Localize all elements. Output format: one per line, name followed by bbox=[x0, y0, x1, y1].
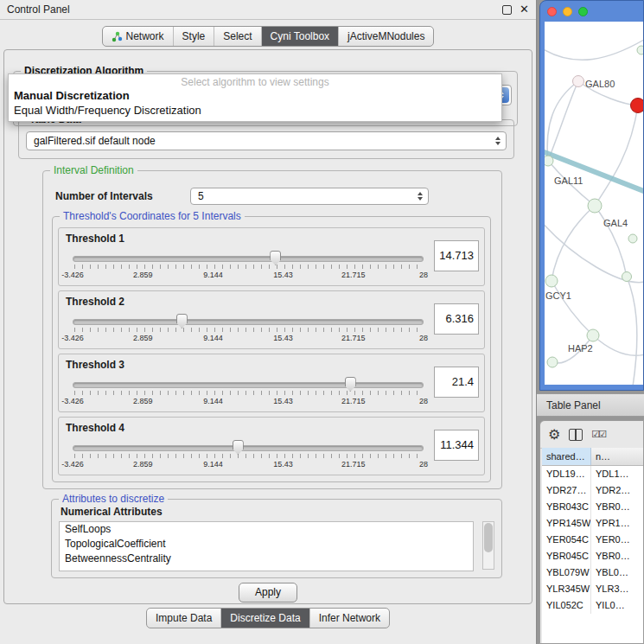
tick-label: 2.859 bbox=[133, 397, 153, 405]
table-cell[interactable]: YBR0… bbox=[591, 548, 643, 564]
edge-highlighted[interactable] bbox=[545, 150, 643, 193]
apply-button[interactable]: Apply bbox=[239, 583, 297, 603]
list-item[interactable]: BetweennessCentrality bbox=[60, 552, 473, 566]
table-cell[interactable]: YPR145W bbox=[542, 515, 591, 532]
table-row[interactable]: YBL079WYBL0… bbox=[542, 564, 643, 581]
select-columns-icon[interactable]: ☑☑ bbox=[591, 429, 605, 440]
table-cell[interactable]: YPR1… bbox=[591, 515, 643, 532]
tick-label: 21.715 bbox=[341, 460, 366, 469]
numerical-attributes-label: Numerical Attributes bbox=[61, 506, 163, 518]
slider-thumb[interactable] bbox=[176, 314, 188, 328]
tab-impute-data[interactable]: Impute Data bbox=[147, 609, 220, 628]
table-row[interactable]: YPR145WYPR1… bbox=[542, 515, 643, 532]
tab-network[interactable]: Network bbox=[103, 27, 173, 46]
columns-icon[interactable] bbox=[569, 429, 583, 441]
table-cell[interactable]: YBR045C bbox=[542, 548, 591, 564]
table-cell[interactable]: YLR345W bbox=[542, 581, 591, 597]
selected-value: galFiltered.sif default node bbox=[34, 132, 156, 150]
column-header-name[interactable]: n… bbox=[591, 448, 643, 465]
table-row[interactable]: YIL052CYIL0… bbox=[542, 597, 643, 614]
tab-discretize-data[interactable]: Discretize Data bbox=[220, 609, 309, 628]
slider-track[interactable] bbox=[73, 382, 424, 388]
threshold-value-field[interactable]: 21.4 bbox=[434, 367, 479, 398]
node-gcy1[interactable] bbox=[545, 275, 558, 287]
scrollbar-thumb[interactable] bbox=[484, 523, 493, 552]
tab-cyni-toolbox[interactable]: Cyni Toolbox bbox=[261, 27, 338, 46]
table-row[interactable]: YER054CYER0… bbox=[542, 532, 643, 548]
table-row[interactable]: YLR345WYLR3… bbox=[542, 581, 643, 597]
node[interactable] bbox=[628, 234, 637, 243]
control-panel-window: Control Panel ✕ Network Style Select Cyn… bbox=[0, 0, 537, 644]
node[interactable] bbox=[545, 156, 553, 166]
table-row[interactable]: YBR045CYBR0… bbox=[542, 548, 643, 564]
list-item[interactable]: SelfLoops bbox=[60, 522, 473, 537]
table-cell[interactable]: YER0… bbox=[591, 532, 643, 548]
table-panel-window: ⚙ ☑☑ shared… n… YDL19…YDL1…YDR27…YDR2…YB… bbox=[539, 420, 644, 644]
tab-select[interactable]: Select bbox=[214, 27, 260, 46]
table-row[interactable]: YDR27…YDR2… bbox=[542, 482, 643, 499]
node[interactable] bbox=[547, 357, 558, 367]
slider-track[interactable] bbox=[73, 445, 424, 451]
tab-jactivemnodules[interactable]: jActiveMNodules bbox=[338, 27, 433, 46]
zoom-traffic-icon[interactable] bbox=[578, 7, 588, 16]
tick-label: -3.426 bbox=[61, 334, 84, 342]
table-cell[interactable]: YBR043C bbox=[542, 499, 591, 515]
table-cell[interactable]: YDR27… bbox=[542, 482, 591, 499]
network-view-window[interactable]: GAL80 GAL11 GAL4 GCY1 HAP2 bbox=[539, 0, 644, 391]
table-cell[interactable]: YIL052C bbox=[542, 597, 591, 614]
table-cell[interactable]: YDR2… bbox=[591, 482, 643, 499]
node-selected-red[interactable] bbox=[631, 99, 644, 113]
node-gal80[interactable] bbox=[573, 76, 584, 87]
threshold-slider[interactable]: -3.4262.8599.14415.4321.71528 bbox=[73, 377, 424, 408]
node[interactable] bbox=[637, 46, 643, 54]
gear-icon[interactable]: ⚙ bbox=[548, 428, 560, 442]
float-window-icon[interactable] bbox=[502, 5, 512, 15]
list-scrollbar[interactable] bbox=[482, 521, 494, 570]
table-cell[interactable]: YDL19… bbox=[542, 466, 591, 482]
dropdown-option-equal-width[interactable]: Equal Width/Frequency Discretization bbox=[9, 103, 501, 118]
table-row[interactable]: YDL19…YDL1… bbox=[542, 466, 643, 482]
slider-track[interactable] bbox=[73, 319, 424, 325]
network-canvas[interactable]: GAL80 GAL11 GAL4 GCY1 HAP2 bbox=[545, 22, 643, 385]
table-cell[interactable]: YLR3… bbox=[591, 581, 643, 597]
node[interactable] bbox=[622, 272, 632, 282]
slider-tick-marks bbox=[74, 391, 424, 395]
threshold-slider[interactable]: -3.4262.8599.14415.4321.71528 bbox=[73, 251, 424, 282]
threshold-slider[interactable]: -3.4262.8599.14415.4321.71528 bbox=[73, 440, 424, 471]
table-panel-header[interactable]: Table Panel bbox=[537, 393, 644, 417]
tab-style[interactable]: Style bbox=[173, 27, 214, 46]
table-data-select[interactable]: galFiltered.sif default node bbox=[26, 131, 507, 150]
table-cell[interactable]: YBL0… bbox=[591, 564, 643, 581]
number-of-intervals-select[interactable]: 5 bbox=[190, 188, 429, 205]
table-cell[interactable]: YBR0… bbox=[591, 499, 643, 515]
slider-thumb[interactable] bbox=[270, 251, 281, 265]
threshold-value-field[interactable]: 14.713 bbox=[434, 240, 479, 271]
node-gal4[interactable] bbox=[588, 199, 602, 213]
minimize-traffic-icon[interactable] bbox=[563, 7, 572, 16]
window-controls bbox=[547, 7, 588, 16]
table-cell[interactable]: YBL079W bbox=[542, 564, 591, 581]
tab-infer-network[interactable]: Infer Network bbox=[309, 609, 389, 628]
table-row[interactable]: YBR043CYBR0… bbox=[542, 499, 643, 515]
algorithm-dropdown-popup: Select algorithm to view settings Manual… bbox=[8, 73, 502, 122]
dropdown-option-manual[interactable]: Manual Discretization bbox=[9, 88, 501, 103]
table-cell[interactable]: YIL0… bbox=[591, 597, 643, 614]
table-cell[interactable]: YER054C bbox=[542, 532, 591, 548]
node-hap2[interactable] bbox=[587, 329, 599, 341]
slider-thumb[interactable] bbox=[345, 377, 356, 392]
column-header-shared-name[interactable]: shared… bbox=[542, 448, 591, 465]
window-title: Control Panel bbox=[0, 3, 70, 16]
slider-tick-marks bbox=[74, 454, 424, 458]
numerical-attributes-list[interactable]: SelfLoopsTopologicalCoefficientBetweenne… bbox=[59, 521, 474, 571]
list-item[interactable]: TopologicalCoefficient bbox=[60, 537, 473, 552]
threshold-slider[interactable]: -3.4262.8599.14415.4321.71528 bbox=[73, 314, 424, 345]
slider-thumb[interactable] bbox=[233, 440, 244, 455]
threshold-value-field[interactable]: 6.316 bbox=[434, 303, 479, 335]
titlebar[interactable]: Control Panel ✕ bbox=[0, 0, 536, 20]
slider-track[interactable] bbox=[73, 256, 424, 262]
close-traffic-icon[interactable] bbox=[547, 7, 557, 16]
threshold-value-field[interactable]: 11.344 bbox=[434, 430, 479, 461]
close-icon[interactable]: ✕ bbox=[520, 0, 529, 19]
table-cell[interactable]: YDL1… bbox=[591, 466, 643, 482]
combo-arrows-icon bbox=[495, 137, 501, 145]
